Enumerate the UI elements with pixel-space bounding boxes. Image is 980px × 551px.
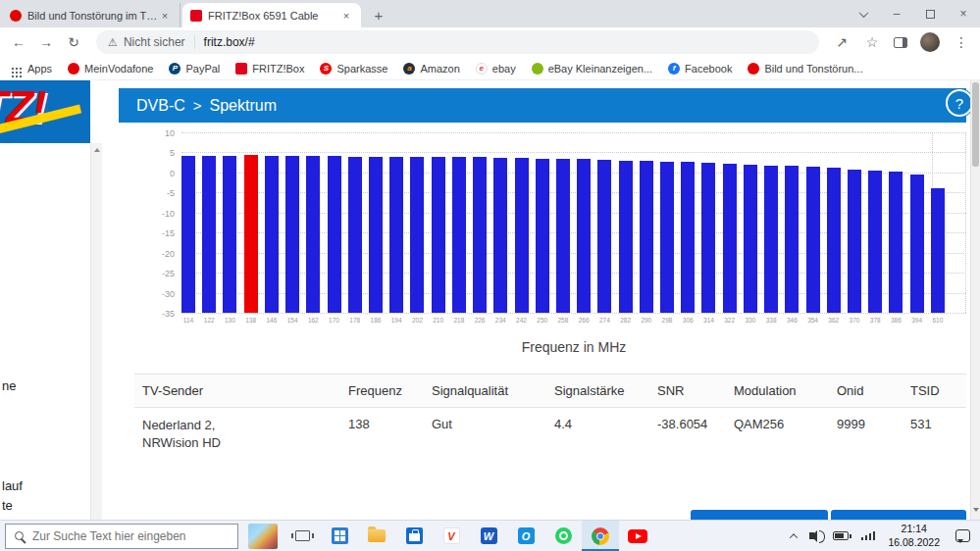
window-maximize-button[interactable] [913,0,947,27]
spectrum-bar[interactable] [369,157,383,313]
scroll-down-arrow-icon[interactable] [973,508,979,512]
window-minimize-button[interactable]: – [880,0,913,27]
scrollbar-thumb[interactable] [972,82,979,167]
youtube-button[interactable] [619,521,656,551]
address-bar[interactable]: ⚠ Nicht sicher fritz.box/# [96,30,819,54]
side-panel-icon[interactable] [894,37,907,48]
taskbar-search-box[interactable] [5,524,238,549]
grid-app-button[interactable] [321,521,358,551]
spectrum-bar[interactable] [536,159,549,313]
spectrum-bar[interactable] [452,157,466,313]
spectrum-bar[interactable] [515,158,529,313]
spectrum-bar[interactable] [389,157,403,313]
spectrum-bar[interactable] [597,160,611,313]
spectrum-bar[interactable] [410,157,424,313]
folder-icon [368,529,386,542]
spectrum-bar[interactable] [744,165,757,313]
help-button[interactable]: ? [946,89,973,117]
reload-icon[interactable]: ↻ [65,34,82,50]
sidebar-scrollbar[interactable] [90,143,102,520]
spectrum-bar[interactable] [285,156,299,313]
bar-column: 610 [931,132,945,313]
news-widget-thumbnail[interactable] [248,524,278,549]
bookmark-ebay[interactable]: e ebay [476,63,516,75]
search-input[interactable] [32,529,229,543]
spectrum-bar[interactable] [660,162,674,313]
volume-icon[interactable] [809,532,814,539]
tab-close-icon[interactable]: × [158,9,172,23]
menu-item-fragment[interactable]: ne [2,378,16,393]
spectrum-bar[interactable] [348,157,362,313]
word-button[interactable]: W [470,521,507,551]
bookmark-fritzbox[interactable]: FRITZ!Box [235,63,304,75]
tab-vodafone-forum[interactable]: Bild und Tonstörung im TV so wi × [2,3,181,27]
spectrum-bar[interactable] [556,159,570,313]
action-center-icon[interactable] [955,529,970,542]
sparkasse-favicon: S [320,63,332,75]
spectrum-bar[interactable] [785,166,799,313]
spectrum-bar[interactable] [244,155,258,313]
profile-avatar[interactable] [920,32,940,52]
spectrum-bar[interactable] [328,156,341,313]
network-icon[interactable] [861,531,876,540]
spectrum-bar[interactable] [223,156,236,313]
spectrum-bar[interactable] [681,162,695,313]
spectrum-bar[interactable] [806,167,820,313]
bookmark-paypal[interactable]: P PayPal [169,63,220,75]
spectrum-bar[interactable] [202,156,216,313]
store-button[interactable] [395,521,433,551]
window-close-button[interactable]: × [947,0,980,27]
spectrum-bar[interactable] [827,168,841,313]
forward-icon[interactable]: → [37,34,55,50]
bookmark-facebook[interactable]: f Facebook [668,63,732,75]
whatsapp-button[interactable] [544,521,582,551]
spectrum-action-button-left[interactable] [691,510,828,520]
menu-item-fragment[interactable]: te [2,498,13,513]
menu-item-fragment[interactable]: lauf [2,478,23,493]
spectrum-bar[interactable] [848,170,861,313]
chrome-button[interactable] [582,521,619,551]
vivaldi-button[interactable]: V [433,521,470,551]
spectrum-bar[interactable] [701,163,715,313]
bookmark-amazon[interactable]: a Amazon [403,63,459,75]
scroll-up-arrow-icon[interactable] [94,148,100,152]
bookmark-ebay-kleinanzeigen[interactable]: eBay Kleinanzeigen... [532,63,652,75]
new-tab-button[interactable]: + [367,3,390,26]
spectrum-bar[interactable] [889,172,903,313]
spectrum-bar[interactable] [910,175,924,313]
spectrum-bar[interactable] [619,161,633,313]
spectrum-action-button-right[interactable] [831,510,966,520]
bookmark-meinvodafone[interactable]: MeinVodafone [68,63,153,75]
page-scrollbar[interactable] [970,80,980,520]
spectrum-bar[interactable] [868,171,882,313]
tab-search-chevron-icon[interactable] [847,0,880,27]
spectrum-bar[interactable] [265,156,279,313]
task-view-button[interactable] [284,521,321,551]
spectrum-bar[interactable] [723,164,737,313]
spectrum-bar[interactable] [493,158,507,313]
taskbar-clock[interactable]: 21:14 16.08.2022 [888,523,940,549]
spectrum-bar[interactable] [473,157,487,313]
browser-menu-icon[interactable]: ⋮ [953,34,970,50]
spectrum-bar[interactable] [764,166,778,313]
spectrum-bar[interactable] [577,159,591,313]
apps-shortcut[interactable]: Apps [12,63,52,75]
bar-column: 274 [597,132,611,313]
battery-icon[interactable] [833,531,849,540]
spectrum-bar[interactable] [306,156,320,313]
tray-expand-chevron-icon[interactable] [790,533,798,541]
spectrum-bar[interactable] [432,157,445,313]
outlook-icon: O [518,527,535,544]
bookmark-bild-tonstoerung[interactable]: Bild und Tonstörun... [748,63,862,75]
tab-close-icon[interactable]: × [339,9,353,23]
back-icon[interactable]: ← [10,34,27,50]
share-icon[interactable]: ↗ [833,34,851,50]
bookmark-sparkasse[interactable]: S Sparkasse [320,63,387,75]
spectrum-bar[interactable] [181,156,195,313]
spectrum-bar[interactable] [931,188,945,313]
tab-fritzbox[interactable]: FRITZ!Box 6591 Cable × [182,3,361,27]
file-explorer-button[interactable] [358,521,395,551]
bookmark-star-icon[interactable]: ☆ [863,34,881,50]
spectrum-bar[interactable] [640,161,653,313]
outlook-button[interactable]: O [507,521,544,551]
